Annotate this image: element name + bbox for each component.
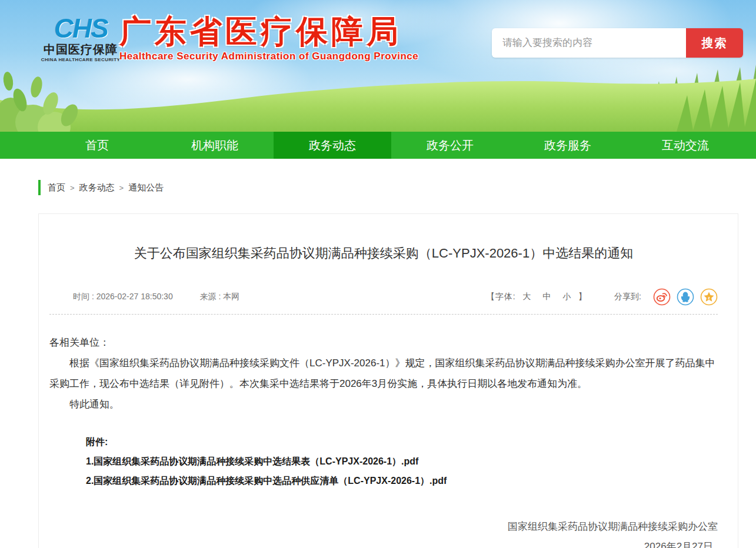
font-size-close: 】: [578, 292, 587, 301]
article-card: 关于公布国家组织集采药品协议期满品种接续采购（LC-YPJX-2026-1）中选…: [38, 213, 738, 548]
breadcrumb-home[interactable]: 首页: [48, 182, 65, 193]
meta-divider: [49, 314, 718, 315]
search-input[interactable]: [492, 28, 686, 58]
nav-item-interaction[interactable]: 互动交流: [627, 132, 744, 159]
nav-item-home[interactable]: 首页: [38, 132, 156, 159]
font-size-open: 【字体:: [487, 292, 516, 301]
search-bar: 搜索: [492, 28, 743, 58]
signature-block: 国家组织集采药品协议期满品种接续采购办公室 2026年2月27日: [49, 517, 718, 548]
share-icons: z: [647, 288, 718, 306]
article-meta-row: 时间 : 2026-02-27 18:50:30 来源 : 本网 【字体: 大 …: [49, 288, 718, 306]
nav-item-gov-services[interactable]: 政务服务: [509, 132, 627, 159]
source-label: 来源 :: [200, 292, 221, 301]
article-meta-right: 【字体: 大 中 小 】 分享到:: [487, 288, 718, 306]
qq-share-icon[interactable]: [677, 288, 694, 306]
paragraph-closing: 特此通知。: [49, 394, 718, 415]
chs-logo: CHS 中国医疗保障 CHINA HEALTHCARE SECURITY: [36, 14, 125, 63]
signature-org: 国家组织集采药品协议期满品种接续采购办公室: [49, 517, 718, 537]
chs-logo-text: CHS: [36, 14, 125, 42]
breadcrumb: 首页 > 政务动态 > 通知公告: [38, 180, 738, 195]
nav-item-gov-disclosure[interactable]: 政务公开: [391, 132, 509, 159]
svg-text:z: z: [708, 295, 710, 300]
site-subtitle: Healthcare Security Administration of Gu…: [119, 51, 418, 62]
breadcrumb-separator: >: [70, 183, 75, 192]
attachments-block: 附件: 1.国家组织集采药品协议期满品种接续采购中选结果表（LC-YPJX-20…: [86, 432, 718, 490]
nav-item-functions[interactable]: 机构职能: [156, 132, 274, 159]
font-size-small[interactable]: 小: [562, 292, 571, 301]
attachment-link-results-table[interactable]: 1.国家组织集采药品协议期满品种接续采购中选结果表（LC-YPJX-2026-1…: [86, 452, 718, 471]
site-title-block: 广东省医疗保障局 Healthcare Security Administrat…: [119, 13, 418, 62]
share-label: 分享到:: [614, 292, 641, 302]
article-title: 关于公布国家组织集采药品协议期满品种接续采购（LC-YPJX-2026-1）中选…: [49, 245, 718, 262]
font-size-control: 【字体: 大 中 小 】: [487, 292, 587, 302]
article-body: 各相关单位： 根据《国家组织集采药品协议期满品种接续采购文件（LC-YPJX-2…: [49, 332, 718, 415]
qzone-share-icon[interactable]: z: [700, 288, 718, 306]
article-meta-left: 时间 : 2026-02-27 18:50:30 来源 : 本网: [73, 292, 239, 302]
site-title: 广东省医疗保障局: [119, 13, 418, 49]
chs-logo-en: CHINA HEALTHCARE SECURITY: [36, 56, 125, 63]
paragraph-salutation: 各相关单位：: [49, 332, 718, 353]
nav-item-gov-news[interactable]: 政务动态: [274, 132, 391, 159]
chs-logo-cn: 中国医疗保障: [36, 42, 125, 56]
time-label: 时间 :: [73, 292, 94, 301]
site-header: CHS 中国医疗保障 CHINA HEALTHCARE SECURITY 广东省…: [0, 0, 756, 132]
breadcrumb-notices[interactable]: 通知公告: [128, 182, 164, 193]
search-button[interactable]: 搜索: [686, 28, 743, 58]
source-value: 本网: [223, 292, 239, 301]
publish-time: 2026-02-27 18:50:30: [96, 292, 173, 301]
attachments-label: 附件:: [86, 432, 718, 452]
breadcrumb-separator: >: [119, 183, 124, 192]
grass-decoration: [0, 61, 756, 132]
weibo-share-icon[interactable]: [653, 288, 671, 306]
breadcrumb-gov-news[interactable]: 政务动态: [79, 182, 115, 193]
paragraph-main: 根据《国家组织集采药品协议期满品种接续采购文件（LC-YPJX-2026-1）》…: [49, 353, 718, 394]
signature-date: 2026年2月27日: [49, 537, 718, 548]
font-size-large[interactable]: 大: [522, 292, 531, 301]
main-nav: 首页 机构职能 政务动态 政务公开 政务服务 互动交流: [0, 132, 756, 159]
attachment-link-supply-list[interactable]: 2.国家组织集采药品协议期满品种接续采购中选品种供应清单（LC-YPJX-202…: [86, 471, 718, 490]
font-size-medium[interactable]: 中: [542, 292, 551, 301]
